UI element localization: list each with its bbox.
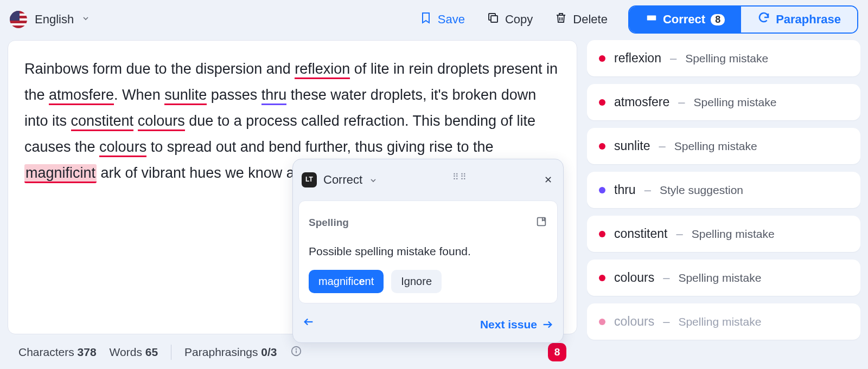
issue-dot-icon bbox=[599, 99, 605, 106]
issue-separator: – bbox=[644, 183, 651, 197]
text-segment: passes bbox=[207, 87, 261, 103]
issue-item[interactable]: atmosfere–Spelling mistake bbox=[587, 84, 860, 120]
delete-label: Delete bbox=[573, 12, 608, 27]
drag-handle-icon[interactable]: ⠿⠿ bbox=[384, 170, 535, 185]
error-word-colours[interactable]: colours bbox=[99, 139, 146, 157]
save-button[interactable]: Save bbox=[419, 11, 465, 28]
correction-popup: LT Correct ⠿⠿ ✕ Spelling bbox=[292, 159, 564, 343]
close-icon[interactable]: ✕ bbox=[542, 169, 554, 191]
error-word-sunlite[interactable]: sunlite bbox=[164, 87, 207, 105]
issue-type: Spelling mistake bbox=[694, 96, 777, 109]
issue-type: Spelling mistake bbox=[685, 52, 768, 65]
issue-word: thru bbox=[614, 183, 636, 197]
issue-separator: – bbox=[659, 139, 665, 153]
issue-separator: – bbox=[663, 271, 669, 285]
text-editor[interactable]: Rainbows form due to the dispersion and … bbox=[8, 40, 577, 334]
issue-item[interactable]: reflexion–Spelling mistake bbox=[587, 40, 860, 76]
bookmark-icon bbox=[419, 11, 432, 28]
correct-icon bbox=[646, 12, 658, 27]
issue-word: reflexion bbox=[614, 51, 661, 66]
issue-separator: – bbox=[678, 95, 685, 109]
divider bbox=[171, 345, 171, 360]
text-segment: to spread out and bend further, thus giv… bbox=[146, 139, 493, 155]
issue-dot-icon bbox=[599, 319, 605, 325]
svg-rect-0 bbox=[491, 16, 497, 22]
issue-type: Style suggestion bbox=[660, 184, 743, 197]
popup-title: Correct bbox=[323, 169, 362, 190]
issue-item[interactable]: colours–Spelling mistake bbox=[587, 260, 860, 296]
issue-type: Spelling mistake bbox=[678, 315, 761, 328]
stat-characters: Characters 378 bbox=[18, 346, 97, 359]
error-word-magnificint-active[interactable]: magnificint bbox=[24, 164, 97, 183]
copy-icon bbox=[487, 11, 500, 28]
save-label: Save bbox=[438, 12, 465, 27]
issue-dot-icon bbox=[599, 187, 605, 193]
tab-paraphrase[interactable]: Paraphrase bbox=[741, 7, 857, 33]
flag-us-icon bbox=[10, 11, 27, 28]
error-word-colours[interactable]: colours bbox=[138, 113, 185, 131]
toolbar-actions: Save Copy Delete bbox=[419, 11, 608, 28]
suggestion-button[interactable]: magnificent bbox=[309, 270, 384, 293]
error-word-reflexion[interactable]: reflexion bbox=[295, 61, 350, 79]
topbar: English Save Copy bbox=[0, 0, 868, 40]
issue-type: Spelling mistake bbox=[674, 140, 757, 153]
text-segment bbox=[133, 113, 138, 129]
tab-correct[interactable]: Correct 8 bbox=[629, 7, 741, 33]
issue-item[interactable]: colours–Spelling mistake bbox=[587, 303, 860, 340]
issue-dot-icon bbox=[599, 231, 605, 237]
stat-words: Words 65 bbox=[110, 346, 158, 359]
issue-word: sunlite bbox=[614, 139, 650, 153]
delete-button[interactable]: Delete bbox=[554, 11, 608, 28]
copy-button[interactable]: Copy bbox=[487, 11, 533, 28]
issue-item[interactable]: sunlite–Spelling mistake bbox=[587, 128, 860, 164]
issue-type: Spelling mistake bbox=[678, 271, 761, 284]
error-word-atmosfere[interactable]: atmosfere bbox=[49, 87, 114, 105]
ignore-button[interactable]: Ignore bbox=[391, 270, 442, 293]
next-issue-button[interactable]: Next issue bbox=[480, 314, 553, 334]
paraphrase-icon bbox=[757, 11, 770, 28]
trash-icon bbox=[554, 11, 567, 28]
tab-correct-label: Correct bbox=[663, 12, 705, 27]
chevron-down-icon bbox=[81, 14, 90, 25]
issue-dot-icon bbox=[599, 143, 605, 150]
issue-item[interactable]: thru–Style suggestion bbox=[587, 172, 860, 208]
issue-word: colours bbox=[614, 314, 654, 329]
dictionary-icon[interactable] bbox=[535, 210, 547, 236]
issue-separator: – bbox=[670, 51, 676, 66]
issue-dot-icon bbox=[599, 275, 605, 281]
text-segment: . When bbox=[114, 87, 164, 103]
issues-sidebar: reflexion–Spelling mistakeatmosfere–Spel… bbox=[587, 40, 860, 369]
copy-label: Copy bbox=[505, 12, 533, 27]
issue-separator: – bbox=[676, 227, 682, 241]
error-word-constitent[interactable]: constitent bbox=[71, 113, 134, 131]
tab-paraphrase-label: Paraphrase bbox=[776, 12, 841, 27]
issue-word: atmosfere bbox=[614, 95, 669, 109]
error-word-thru[interactable]: thru bbox=[261, 87, 287, 105]
next-issue-label: Next issue bbox=[480, 314, 537, 334]
lt-logo-icon: LT bbox=[302, 172, 317, 187]
issue-category: Spelling bbox=[309, 213, 349, 232]
chevron-down-icon[interactable] bbox=[369, 167, 378, 193]
language-label: English bbox=[35, 12, 74, 27]
error-count-badge[interactable]: 8 bbox=[548, 343, 566, 361]
prev-issue-button[interactable] bbox=[303, 315, 315, 334]
text-segment: Rainbows form due to the dispersion and bbox=[24, 61, 295, 77]
mode-tabs: Correct 8 Paraphrase bbox=[628, 5, 858, 34]
issue-type: Spelling mistake bbox=[692, 228, 775, 241]
info-icon[interactable] bbox=[290, 345, 302, 360]
language-selector[interactable]: English bbox=[10, 11, 90, 28]
issue-separator: – bbox=[663, 315, 669, 329]
issue-message: Possible spelling mistake found. bbox=[309, 241, 547, 261]
svg-point-7 bbox=[296, 348, 296, 349]
stat-paraphrasings: Paraphrasings 0/3 bbox=[184, 346, 277, 359]
issue-dot-icon bbox=[599, 55, 605, 62]
issue-word: colours bbox=[614, 270, 654, 285]
popup-body: Spelling Possible spelling mistake found… bbox=[298, 200, 558, 303]
issue-item[interactable]: constitent–Spelling mistake bbox=[587, 216, 860, 252]
correct-count-badge: 8 bbox=[711, 14, 725, 25]
issue-word: constitent bbox=[614, 226, 667, 241]
svg-rect-1 bbox=[647, 15, 656, 20]
